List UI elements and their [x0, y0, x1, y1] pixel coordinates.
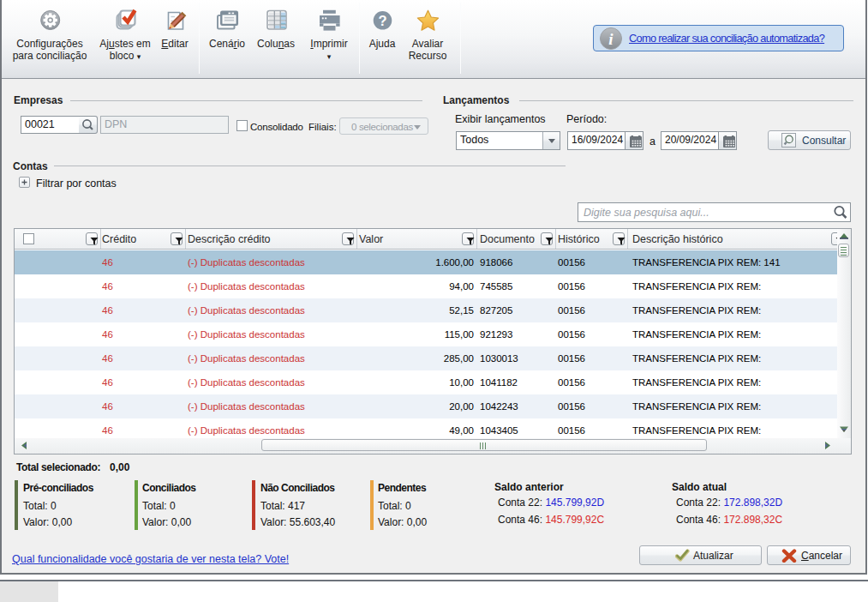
- svg-text:i: i: [608, 30, 614, 48]
- svg-text:?: ?: [378, 13, 386, 28]
